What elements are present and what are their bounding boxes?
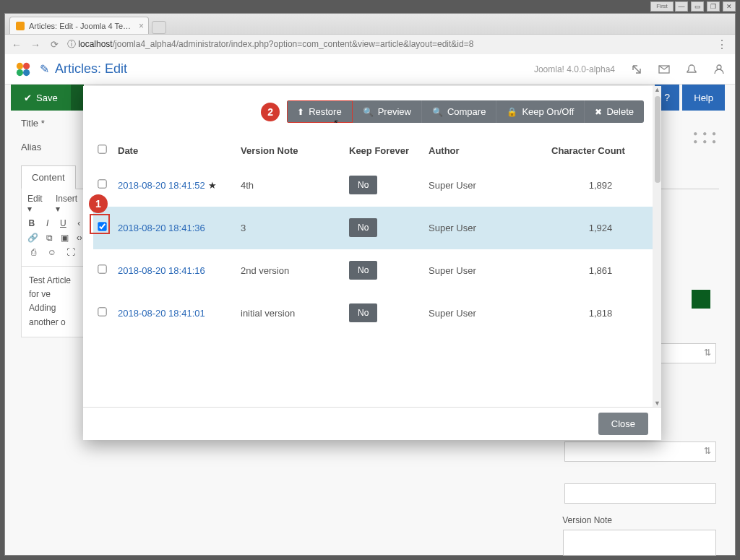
editor-menu-edit[interactable]: Edit ▾ — [27, 194, 48, 214]
close-button[interactable]: Close — [598, 413, 648, 435]
row-count: 1,861 — [547, 249, 654, 292]
scroll-up-icon[interactable]: ▲ — [654, 86, 661, 93]
anchor-icon[interactable]: ⧉ — [46, 233, 53, 243]
row-checkbox[interactable] — [98, 264, 106, 273]
scroll-thumb[interactable] — [655, 96, 661, 183]
preview-label: Preview — [378, 106, 411, 117]
sidebar-green-box[interactable] — [692, 290, 710, 309]
bold-icon[interactable]: B — [27, 218, 36, 228]
upload-icon: ⬆ — [297, 107, 304, 117]
chevron-updown-icon: ⇅ — [704, 446, 711, 456]
compare-button[interactable]: 🔍 Compare — [422, 100, 496, 123]
keep-forever-toggle[interactable]: No — [349, 261, 377, 280]
underline-icon[interactable]: U — [59, 218, 68, 228]
italic-icon[interactable]: I — [43, 218, 52, 228]
editor-body[interactable]: Test Article for ve Adding another o — [21, 267, 90, 337]
editor-line-1: Test Article for ve — [29, 274, 82, 301]
external-link-icon[interactable] — [631, 64, 642, 75]
browser-menu-icon[interactable]: ⋮ — [715, 38, 729, 52]
row-date-link[interactable]: 2018-08-20 18:41:16 — [118, 265, 205, 276]
url-path: /joomla4_alpha4/administrator/index.php?… — [113, 39, 474, 49]
keep-button[interactable]: 🔒 Keep On/Off — [496, 100, 585, 123]
col-count[interactable]: Character Count — [547, 137, 654, 164]
forward-icon[interactable]: → — [30, 39, 41, 51]
fullscreen-icon[interactable]: ⛶ — [65, 247, 77, 257]
page-title: Articles: Edit — [55, 61, 127, 77]
emoji-icon[interactable]: ☺ — [46, 247, 58, 257]
row-date-link[interactable]: 2018-08-20 18:41:52 — [118, 180, 205, 191]
code-icon[interactable]: ‹› — [76, 233, 84, 243]
os-min-icon[interactable]: — — [675, 1, 688, 12]
admin-header: ✎ Articles: Edit Joomla! 4.0.0-alpha4 — [5, 54, 735, 85]
browser-tab-strip: Articles: Edit - Joomla 4 Te… × — [5, 14, 735, 34]
keep-forever-toggle[interactable]: No — [349, 218, 377, 237]
header-right: Joomla! 4.0.0-alpha4 — [534, 64, 725, 75]
col-keep[interactable]: Keep Forever — [345, 137, 424, 164]
os-restore-icon[interactable]: ❐ — [707, 1, 720, 12]
back-icon[interactable]: ← — [11, 39, 22, 51]
save-caret-button[interactable] — [71, 85, 84, 111]
tab-content[interactable]: Content — [21, 165, 76, 189]
svg-point-3 — [23, 69, 30, 76]
delete-label: Delete — [606, 106, 634, 117]
save-label: Save — [36, 92, 58, 103]
more-icon[interactable]: ‹ — [74, 218, 83, 228]
mail-icon[interactable] — [658, 64, 670, 75]
row-count: 1,818 — [547, 292, 654, 335]
url-host: localhost — [78, 39, 112, 49]
toolbar-more-icon[interactable]: ● ● ●● ● ● — [693, 129, 718, 145]
os-window-controls: — ▭ ❐ ✕ — [675, 1, 736, 12]
editor-line-2: Adding another o — [29, 301, 82, 329]
version-note-input[interactable] — [563, 530, 716, 556]
svg-point-1 — [23, 62, 30, 69]
restore-button[interactable]: ⬆ Restore ↖ — [287, 100, 353, 123]
reload-icon[interactable]: ⟳ — [48, 39, 60, 51]
image-icon[interactable]: ▣ — [61, 233, 69, 243]
row-date-link[interactable]: 2018-08-20 18:41:36 — [118, 223, 205, 233]
delete-button[interactable]: ✖ Delete — [585, 100, 644, 123]
modal-button-group: ⬆ Restore ↖ 🔍 Preview 🔍 Compare 🔒 Keep O… — [287, 100, 644, 123]
bell-icon[interactable] — [686, 64, 697, 75]
versions-modal: ▲ ▼ 2 ⬆ Restore ↖ 🔍 Preview 🔍 Compare — [83, 86, 661, 440]
save-button[interactable]: ✔ Save — [11, 85, 71, 111]
print-icon[interactable]: ⎙ — [27, 247, 39, 257]
col-note[interactable]: Version Note — [236, 137, 345, 164]
editor-menu-insert[interactable]: Insert ▾ — [56, 194, 83, 214]
tab-close-icon[interactable]: × — [139, 21, 144, 31]
row-author: Super User — [424, 292, 547, 335]
user-icon[interactable] — [713, 64, 725, 75]
annotation-badge-2: 2 — [261, 103, 280, 121]
row-author: Super User — [424, 164, 547, 207]
col-date[interactable]: Date — [113, 137, 236, 164]
keep-forever-toggle[interactable]: No — [349, 303, 377, 322]
row-date-link[interactable]: 2018-08-20 18:41:01 — [118, 308, 205, 319]
svg-point-2 — [17, 69, 23, 76]
preview-button[interactable]: 🔍 Preview — [353, 100, 422, 123]
modal-scrollbar[interactable]: ▲ ▼ — [653, 86, 661, 407]
row-checkbox[interactable] — [98, 179, 106, 188]
sidebar-select-2[interactable]: ⇅ — [564, 441, 716, 462]
help-button[interactable]: Help — [682, 85, 725, 111]
svg-point-0 — [17, 62, 23, 69]
modal-toolbar: 2 ⬆ Restore ↖ 🔍 Preview 🔍 Compare 🔒 K — [83, 86, 661, 130]
keep-forever-toggle[interactable]: No — [349, 176, 377, 194]
row-note: 2nd version — [236, 249, 345, 292]
os-close-icon[interactable]: ✕ — [723, 1, 736, 12]
sidebar-input-3[interactable] — [564, 483, 716, 504]
row-checkbox[interactable] — [98, 307, 106, 316]
checkbox-all[interactable] — [98, 145, 106, 153]
col-author[interactable]: Author — [424, 137, 547, 164]
annotation-highlight-1 — [91, 215, 108, 233]
os-max-icon[interactable]: ▭ — [691, 1, 704, 12]
link-icon[interactable]: 🔗 — [27, 233, 38, 243]
url-field[interactable]: ⓘ localhost/joomla4_alpha4/administrator… — [67, 38, 707, 51]
table-row: 2018-08-20 18:41:52★4thNoSuper User1,892 — [93, 164, 654, 207]
scroll-down-icon[interactable]: ▼ — [654, 400, 661, 407]
table-row: 2018-08-20 18:41:363NoSuper User1,924 — [93, 207, 654, 249]
row-note: initial version — [236, 292, 345, 335]
editor-toolbar: Edit ▾ Insert ▾ B I U ‹ 🔗 ⧉ ▣ ‹› ⎙ — [21, 189, 90, 267]
star-icon: ★ — [208, 180, 217, 191]
row-note: 3 — [236, 207, 345, 249]
browser-tab[interactable]: Articles: Edit - Joomla 4 Te… × — [9, 17, 149, 34]
new-tab-button[interactable] — [152, 21, 166, 34]
